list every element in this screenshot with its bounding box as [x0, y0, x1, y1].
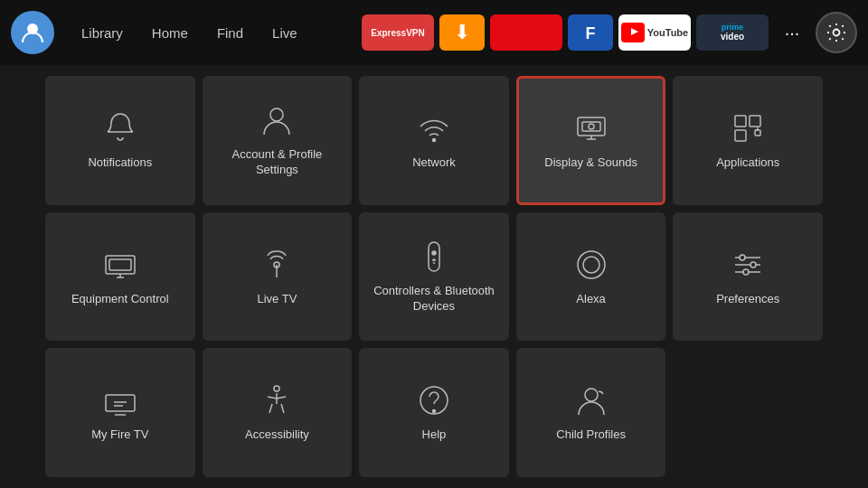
svg-marker-3	[631, 28, 638, 35]
app-icon-primevideo[interactable]: primevideo	[696, 14, 769, 51]
grid-item-help[interactable]: Help	[359, 348, 509, 477]
svg-point-28	[750, 262, 756, 267]
svg-point-22	[578, 251, 605, 278]
nav-library[interactable]: Library	[69, 20, 136, 46]
equipment-control-label: Equipment Control	[71, 292, 169, 307]
grid-item-child-profiles[interactable]: Child Profiles	[516, 348, 666, 477]
svg-point-18	[432, 251, 436, 255]
help-label: Help	[422, 427, 447, 443]
svg-point-9	[589, 124, 594, 129]
bell-icon	[102, 110, 138, 146]
svg-point-23	[583, 257, 599, 273]
tv-icon	[102, 247, 138, 283]
display-sounds-label: Display & Sounds	[544, 155, 637, 171]
svg-rect-10	[735, 116, 746, 127]
app-icon-downloader[interactable]: ⬇	[439, 14, 485, 51]
grid-item-notifications[interactable]: Notifications	[45, 76, 195, 205]
nav-find[interactable]: Find	[204, 20, 256, 46]
grid-item-applications[interactable]: Applications	[673, 76, 823, 205]
svg-point-31	[274, 386, 279, 391]
svg-rect-30	[106, 395, 135, 411]
app-icon-fawesome[interactable]: F	[568, 14, 613, 51]
applications-label: Applications	[716, 155, 779, 171]
help-icon	[416, 382, 452, 418]
grid-item-display-sounds[interactable]: Display & Sounds	[516, 76, 666, 205]
svg-rect-13	[755, 130, 760, 136]
antenna-icon	[259, 247, 295, 283]
more-button[interactable]: ···	[774, 14, 810, 51]
grid-item-account-profile[interactable]: Account & Profile Settings	[203, 76, 353, 205]
svg-point-29	[743, 269, 749, 275]
grid-item-accessibility[interactable]: Accessibility	[203, 348, 353, 477]
svg-point-27	[740, 255, 745, 260]
app-icon-expressvpn[interactable]: ExpressVPN	[362, 14, 434, 51]
svg-point-6	[432, 138, 435, 141]
svg-rect-14	[106, 256, 135, 274]
live-tv-label: Live TV	[257, 292, 297, 307]
settings-grid: Notifications Account & Profile Settings…	[0, 65, 868, 488]
grid-item-live-tv[interactable]: Live TV	[203, 212, 353, 342]
svg-rect-17	[429, 242, 439, 271]
svg-point-4	[834, 30, 840, 36]
notifications-label: Notifications	[88, 155, 152, 171]
person-icon	[259, 102, 295, 138]
app-icon-youtube[interactable]: YouTube	[618, 14, 691, 51]
svg-text:F: F	[586, 24, 596, 42]
accessibility-icon	[259, 382, 295, 418]
app-icons: ExpressVPN ⬇ NETFLIX F YouTub	[362, 12, 857, 53]
avatar[interactable]	[11, 11, 54, 54]
alexa-icon	[573, 247, 609, 283]
child-profiles-label: Child Profiles	[556, 427, 626, 443]
grid-item-preferences[interactable]: Preferences	[673, 212, 823, 342]
apps-icon	[730, 110, 766, 146]
svg-rect-11	[750, 116, 760, 127]
monitor-icon	[573, 110, 609, 146]
accessibility-label: Accessibility	[245, 427, 309, 443]
settings-button[interactable]	[816, 12, 857, 53]
svg-point-5	[270, 108, 283, 121]
svg-point-33	[432, 410, 435, 413]
remote-icon	[416, 239, 452, 275]
svg-rect-15	[109, 259, 131, 270]
firetv-icon	[102, 382, 138, 418]
grid-item-network[interactable]: Network	[359, 76, 509, 205]
alexa-label: Alexa	[576, 292, 606, 307]
app-icon-netflix[interactable]: NETFLIX	[490, 14, 562, 51]
svg-rect-12	[735, 130, 746, 141]
my-fire-tv-label: My Fire TV	[91, 427, 148, 443]
preferences-label: Preferences	[716, 292, 779, 307]
controllers-bluetooth-label: Controllers & Bluetooth Devices	[366, 284, 502, 314]
grid-item-my-fire-tv[interactable]: My Fire TV	[45, 348, 195, 477]
sliders-icon	[730, 247, 766, 283]
nav-live[interactable]: Live	[259, 20, 310, 46]
svg-point-34	[585, 389, 598, 401]
account-profile-label: Account & Profile Settings	[210, 147, 345, 178]
grid-item-alexa[interactable]: Alexa	[516, 212, 666, 342]
childprofile-icon	[573, 382, 609, 418]
nav-home[interactable]: Home	[139, 20, 201, 46]
network-label: Network	[412, 155, 456, 171]
nav-links: Library Home Find Live	[69, 20, 310, 46]
wifi-icon	[416, 110, 452, 146]
topbar: Library Home Find Live ExpressVPN ⬇ NETF…	[0, 0, 868, 65]
grid-item-equipment-control[interactable]: Equipment Control	[45, 212, 195, 342]
grid-item-controllers-bluetooth[interactable]: Controllers & Bluetooth Devices	[359, 212, 509, 342]
